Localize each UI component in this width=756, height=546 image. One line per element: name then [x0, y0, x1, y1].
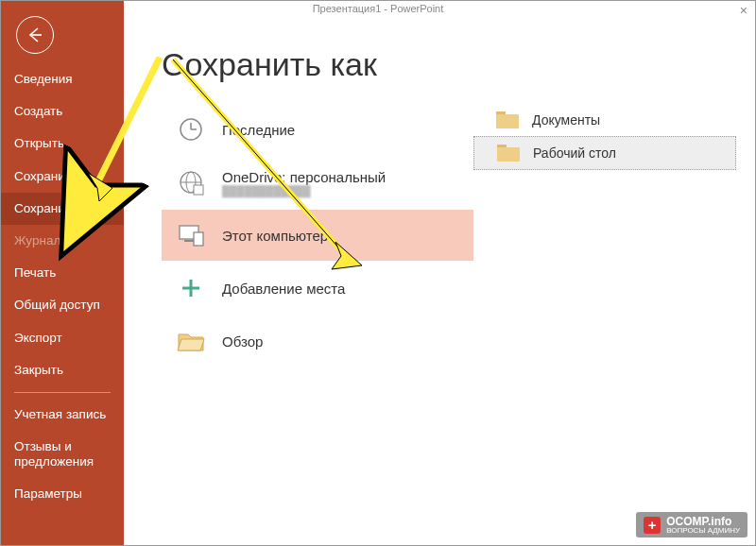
watermark: + OCOMP.info ВОПРОСЫ АДМИНУ: [636, 512, 747, 537]
sidebar-item-print[interactable]: Печать: [1, 257, 124, 289]
folders-column: Документы Рабочий стол: [473, 104, 755, 368]
sidebar-item-export[interactable]: Экспорт: [1, 322, 124, 354]
sidebar-item-account[interactable]: Учетная запись: [1, 399, 124, 431]
clock-icon: [175, 113, 207, 145]
main-panel: Сохранить как Последние: [124, 16, 755, 545]
locations-column: Последние OneDrive: персональный ███████…: [162, 104, 473, 368]
title-bar-text: Презентация1 - PowerPoint: [313, 3, 444, 14]
sidebar-item-history: Журнал: [1, 225, 124, 257]
folder-documents[interactable]: Документы: [473, 104, 736, 136]
pc-icon: [175, 219, 207, 251]
location-this-pc[interactable]: Этот компьютер: [162, 210, 473, 261]
onedrive-account-blurred: ████████████: [222, 185, 386, 196]
sidebar-item-share[interactable]: Общий доступ: [1, 289, 124, 321]
sidebar-item-save[interactable]: Сохранить: [1, 161, 124, 193]
watermark-plus-icon: +: [644, 517, 661, 534]
sidebar-item-new[interactable]: Создать: [1, 95, 124, 128]
svg-rect-9: [194, 232, 203, 246]
location-label: Этот компьютер: [222, 228, 328, 244]
location-label: OneDrive: персональный: [222, 169, 386, 185]
location-label: Последние: [222, 122, 295, 138]
sidebar-item-info[interactable]: Сведения: [1, 63, 124, 95]
folder-desktop[interactable]: Рабочий стол: [473, 136, 736, 170]
svg-rect-10: [184, 240, 194, 242]
folder-label: Документы: [532, 112, 600, 128]
sidebar-separator: [14, 392, 111, 393]
back-button[interactable]: [16, 16, 54, 54]
page-title: Сохранить как: [162, 46, 755, 83]
location-recent[interactable]: Последние: [162, 104, 473, 155]
watermark-tagline: ВОПРОСЫ АДМИНУ: [666, 527, 740, 535]
location-add-place[interactable]: Добавление места: [162, 263, 473, 314]
sidebar-item-open[interactable]: Открыть: [1, 128, 124, 160]
svg-rect-7: [194, 185, 203, 195]
folder-icon: [497, 145, 520, 162]
sidebar-item-options[interactable]: Параметры: [1, 478, 124, 510]
onedrive-icon: [175, 166, 207, 198]
sidebar-item-save-as[interactable]: Сохранить как: [1, 193, 124, 225]
folder-label: Рабочий стол: [533, 145, 616, 161]
sidebar-item-close[interactable]: Закрыть: [1, 354, 124, 386]
sidebar-item-feedback[interactable]: Отзывы и предложения: [1, 431, 124, 478]
location-browse[interactable]: Обзор: [162, 316, 473, 367]
location-onedrive[interactable]: OneDrive: персональный ████████████: [162, 157, 473, 208]
arrow-left-icon: [25, 25, 45, 45]
backstage-sidebar: Сведения Создать Открыть Сохранить Сохра…: [1, 1, 124, 545]
location-label: Добавление места: [222, 281, 345, 297]
location-label: Обзор: [222, 333, 263, 350]
add-place-icon: [175, 272, 207, 304]
browse-folder-icon: [175, 325, 207, 357]
folder-icon: [496, 111, 519, 128]
